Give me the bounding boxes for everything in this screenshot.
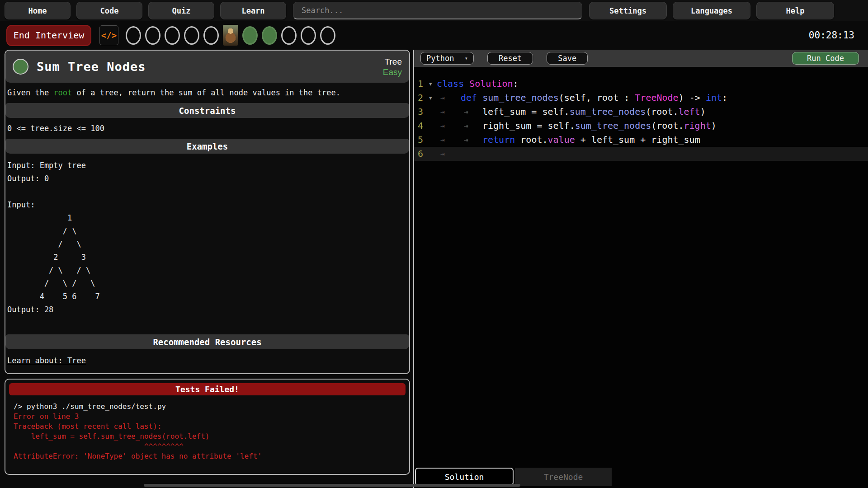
test-output-line: left_sum = self.sum_tree_nodes(root.left…: [14, 432, 406, 441]
code-token: left_sum = self.: [482, 106, 570, 117]
code-text: left_sum = self.sum_tree_nodes(root.left…: [482, 105, 706, 119]
save-button[interactable]: Save: [547, 52, 588, 65]
problem-header: Sum Tree Nodes Tree Easy: [5, 51, 409, 83]
line-number: 1: [418, 77, 423, 91]
code-token: (root.: [651, 120, 684, 131]
example-line: / \: [7, 238, 407, 251]
question-dot-3[interactable]: [165, 26, 180, 45]
code-token: (root.: [646, 106, 678, 117]
nav-left-tabs: HomeCodeQuizLearn: [5, 2, 292, 19]
example-line: 2 3: [7, 251, 407, 264]
code-line-6: 6⇥: [414, 147, 868, 161]
question-dot-9[interactable]: [281, 26, 297, 45]
fold-chevron-icon[interactable]: ▾: [429, 91, 432, 105]
nav-tab-learn[interactable]: Learn: [220, 2, 286, 19]
bottom-scrollbar[interactable]: [144, 484, 520, 487]
constraint-item: 0 <= tree.size <= 100: [5, 122, 409, 134]
nav-right-tabs: SettingsLanguagesHelp: [583, 2, 834, 19]
timer: 00:28:13: [809, 30, 854, 41]
code-token: + left_sum + right_sum: [575, 134, 700, 145]
examples-header: Examples: [5, 139, 409, 154]
code-token: (self, root :: [559, 92, 635, 103]
code-token: TreeNode: [635, 92, 678, 103]
problem-panel: Sum Tree Nodes Tree Easy Given the root …: [5, 50, 410, 374]
question-dot-7[interactable]: [242, 26, 258, 45]
problem-difficulty: Easy: [383, 67, 402, 77]
code-token: left: [678, 106, 700, 117]
nav-tab-help[interactable]: Help: [756, 2, 834, 19]
examples-block: Input: Empty treeOutput: 0Input: 1 / \ /…: [5, 159, 409, 316]
line-number: 3: [418, 105, 423, 119]
test-output-line: Error on line 3: [14, 412, 406, 422]
test-output: /> python3 ./sum_tree_nodes/test.pyError…: [9, 402, 406, 461]
code-token: sum_tree_nodes: [482, 92, 559, 103]
editor-file-tabs: SolutionTreeNode: [415, 468, 613, 486]
question-dot-5[interactable]: [203, 26, 219, 45]
code-token: return: [482, 134, 520, 145]
code-editor[interactable]: 1▾class Solution:2▾⇥def sum_tree_nodes(s…: [414, 67, 868, 465]
question-dot-1[interactable]: [126, 26, 141, 45]
description-text: Given the: [7, 88, 53, 97]
example-line: 1: [7, 211, 407, 225]
code-token: sum_tree_nodes: [575, 120, 651, 131]
line-number: 4: [418, 119, 423, 133]
avatar[interactable]: [223, 25, 238, 46]
chevron-down-icon: ▾: [465, 55, 468, 61]
code-token: ): [711, 120, 717, 131]
code-token: ) ->: [679, 92, 706, 103]
tab-indent-icon: ⇥: [464, 133, 468, 147]
nav-tab-home[interactable]: Home: [5, 2, 71, 19]
nav-tab-languages[interactable]: Languages: [673, 2, 750, 19]
code-text: def sum_tree_nodes(self, root : TreeNode…: [461, 91, 727, 105]
code-text: return root.value + left_sum + right_sum: [482, 133, 700, 147]
line-number: 5: [418, 133, 423, 147]
example-line: / \ / \: [7, 264, 407, 277]
editor-tab-treenode[interactable]: TreeNode: [515, 468, 612, 486]
resource-link[interactable]: Learn about: Tree: [7, 356, 86, 365]
code-token: class: [437, 78, 469, 89]
tests-status-banner: Tests Failed!: [9, 383, 406, 395]
question-dot-11[interactable]: [320, 26, 335, 45]
nav-tab-settings[interactable]: Settings: [589, 2, 667, 19]
code-line-4: 4⇥⇥right_sum = self.sum_tree_nodes(root.…: [414, 119, 868, 133]
problem-category: Tree: [383, 56, 402, 67]
question-dot-8[interactable]: [262, 26, 277, 45]
editor-tab-solution[interactable]: Solution: [415, 468, 514, 486]
question-dot-10[interactable]: [301, 26, 316, 45]
language-select[interactable]: Python ▾: [420, 52, 474, 65]
resources-header: Recommended Resources: [5, 334, 409, 349]
code-line-5: 5⇥⇥return root.value + left_sum + right_…: [414, 133, 868, 147]
tab-indent-icon: ⇥: [440, 147, 445, 161]
tab-indent-icon: ⇥: [440, 133, 445, 147]
reset-button[interactable]: Reset: [487, 52, 533, 65]
session-toolbar: End Interview </> 00:28:13: [0, 23, 868, 48]
code-icon-glyph: </>: [101, 30, 117, 40]
run-code-button[interactable]: Run Code: [792, 52, 859, 65]
app-window: HomeCodeQuizLearn SettingsLanguagesHelp …: [0, 0, 868, 488]
question-dot-2[interactable]: [145, 26, 160, 45]
example-line: [7, 185, 407, 198]
code-token: right_sum = self.: [482, 120, 575, 131]
code-token: value: [548, 134, 575, 145]
example-line: Input:: [7, 198, 407, 211]
tab-indent-icon: ⇥: [440, 91, 445, 105]
nav-tab-code[interactable]: Code: [76, 2, 142, 19]
search-input[interactable]: [293, 2, 582, 19]
nav-tab-quiz[interactable]: Quiz: [148, 2, 214, 19]
code-icon: </>: [99, 25, 118, 45]
fold-chevron-icon[interactable]: ▾: [429, 77, 432, 91]
tab-indent-icon: ⇥: [464, 105, 468, 119]
code-token: int: [706, 92, 722, 103]
code-token: :: [722, 92, 727, 103]
code-text: right_sum = self.sum_tree_nodes(root.rig…: [482, 119, 717, 133]
code-line-2: 2▾⇥def sum_tree_nodes(self, root : TreeN…: [414, 91, 868, 105]
end-interview-button[interactable]: End Interview: [6, 25, 91, 46]
question-dot-4[interactable]: [184, 26, 199, 45]
test-output-line: ^^^^^^^^^: [14, 441, 406, 451]
example-line: Output: 28: [7, 303, 407, 316]
example-line: 4 5 6 7: [7, 290, 407, 303]
code-token: :: [513, 78, 519, 89]
code-token: sum_tree_nodes: [570, 106, 646, 117]
constraints-header: Constraints: [5, 103, 409, 118]
code-line-1: 1▾class Solution:: [414, 77, 868, 91]
